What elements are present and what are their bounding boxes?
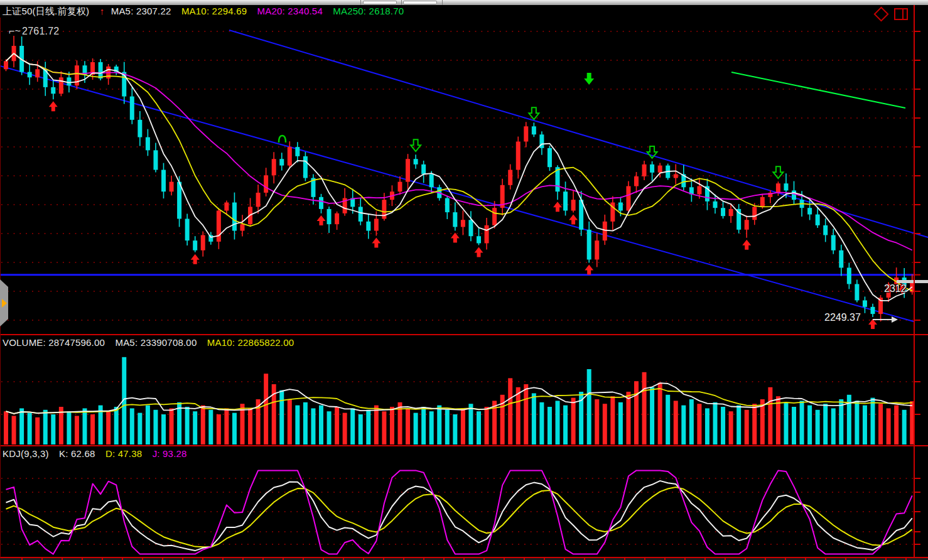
kdj-lines <box>6 470 912 554</box>
gridlines <box>1 31 914 544</box>
candle <box>548 148 552 167</box>
candle <box>303 156 308 178</box>
chart-window: 上证50(日线.前复权) ↑ MA5: 2307.22 MA10: 2294.6… <box>0 0 928 560</box>
volume-bar <box>485 407 489 444</box>
candle <box>67 77 71 85</box>
price-chart-canvas[interactable] <box>0 0 928 560</box>
candle <box>295 147 299 156</box>
hook-marker-icon <box>279 136 286 143</box>
volume-bar <box>138 413 142 444</box>
volume-bar <box>19 408 24 444</box>
volume-bar <box>374 406 379 444</box>
volume-bar <box>146 406 150 444</box>
kdj-k-readout: K: 62.68 <box>59 448 95 459</box>
candle <box>359 207 363 221</box>
volume-bar <box>539 402 544 444</box>
volume-bar <box>863 406 867 444</box>
candle <box>524 126 528 141</box>
sidebar-expand-handle[interactable] <box>0 279 8 326</box>
candle <box>492 208 497 225</box>
candle <box>516 141 521 170</box>
candle <box>327 209 332 224</box>
volume-bar <box>532 393 536 444</box>
candle <box>831 235 836 250</box>
volume-bar <box>90 414 95 444</box>
volume-ma10-readout: MA10: 22865822.00 <box>207 337 294 348</box>
volume-bar <box>697 404 701 444</box>
high-pointer-icon: ⌐~ <box>9 26 21 36</box>
candle <box>468 220 473 236</box>
candle <box>272 159 276 175</box>
restore-window-icon[interactable] <box>894 8 908 20</box>
candle <box>816 215 820 225</box>
candle <box>863 300 867 306</box>
last-price-label: 2312 <box>884 283 907 294</box>
candle <box>587 230 591 260</box>
kdj-j-line <box>6 470 912 554</box>
volume-bar <box>603 404 607 444</box>
volume-bar <box>83 408 87 444</box>
volume-bar <box>445 410 450 444</box>
candle <box>374 218 379 230</box>
candle <box>697 186 701 195</box>
volume-bar <box>153 410 158 444</box>
buy-arrow-icon <box>317 215 326 225</box>
candle <box>406 159 410 181</box>
candle <box>752 207 757 220</box>
volume-bar <box>201 406 205 444</box>
volume-bar <box>681 406 686 444</box>
volume-bar <box>658 383 662 444</box>
candle <box>658 166 662 173</box>
candle <box>153 150 158 170</box>
ma5-readout: MA5: 2307.22 <box>111 6 171 16</box>
volume-bar <box>414 413 418 444</box>
candle <box>256 193 261 207</box>
volume-bar <box>12 416 16 444</box>
period-low-label: 2249.37 <box>824 312 861 323</box>
candle <box>626 186 630 211</box>
volume-bar <box>429 411 434 444</box>
volume-bar <box>311 408 315 444</box>
volume-bar <box>610 396 615 444</box>
volume-bar <box>75 416 79 444</box>
symbol-title: 上证50(日线.前复权) <box>3 6 89 16</box>
volume-bar <box>319 406 323 444</box>
ma-lines <box>6 53 912 301</box>
candle <box>161 170 166 192</box>
volume-bar <box>217 414 221 444</box>
volume-bar <box>106 411 111 444</box>
ma20-line <box>6 53 912 250</box>
candle <box>477 236 481 243</box>
volume-bar <box>618 402 623 444</box>
candle <box>201 235 205 250</box>
candle <box>871 307 875 314</box>
volume-bar <box>792 407 796 444</box>
up-arrow-icon: ↑ <box>100 6 105 16</box>
main-chart-header: 上证50(日线.前复权) ↑ MA5: 2307.22 MA10: 2294.6… <box>3 6 411 18</box>
buy-arrow-icon <box>585 264 593 274</box>
volume-bar <box>343 413 347 444</box>
volume-bar <box>35 417 40 444</box>
candle <box>4 61 8 69</box>
volume-bar <box>784 402 788 444</box>
candle <box>429 174 434 187</box>
volume-bar <box>185 407 190 444</box>
candle <box>366 222 370 231</box>
volume-bar <box>571 398 576 444</box>
high-value: 2761.72 <box>22 26 59 36</box>
candle <box>618 203 623 211</box>
volume-bar <box>705 408 709 444</box>
kdj-pane-header: KDJ(9,3,3) K: 62.68 D: 47.38 J: 93.28 <box>3 448 195 459</box>
volume-bar <box>887 408 891 444</box>
candle <box>59 77 63 94</box>
buy-arrow-icon <box>569 214 578 224</box>
candle <box>224 203 229 211</box>
volume-bar <box>390 407 394 444</box>
volume-bar <box>406 408 410 444</box>
volume-ma5-readout: MA5: 23390708.00 <box>115 337 197 348</box>
ma250-segment <box>731 72 905 108</box>
volume-bar <box>595 399 599 444</box>
volume-bar <box>468 404 473 444</box>
volume-bar <box>4 411 8 444</box>
volume-bar <box>224 408 229 444</box>
